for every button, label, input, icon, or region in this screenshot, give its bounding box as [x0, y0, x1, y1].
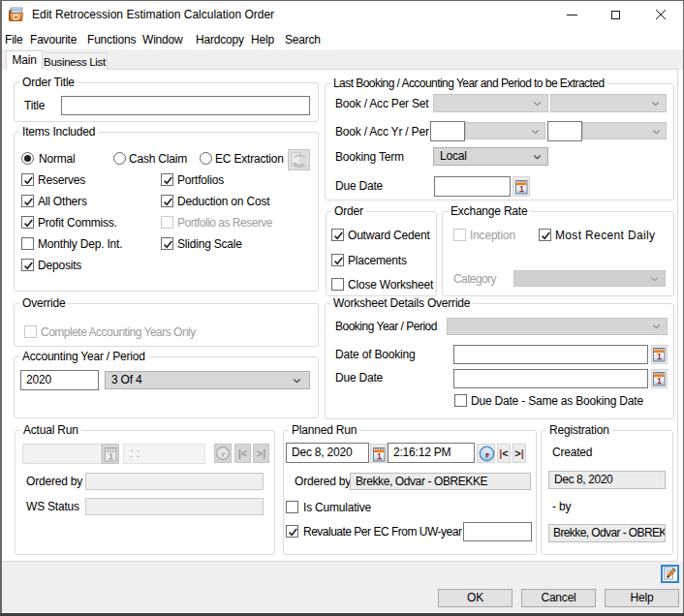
svg-text:1: 1 [519, 184, 524, 194]
svg-text:1: 1 [377, 451, 382, 461]
svg-text:1: 1 [109, 451, 113, 461]
svg-text:1: 1 [657, 352, 662, 361]
svg-text:1: 1 [657, 376, 662, 385]
